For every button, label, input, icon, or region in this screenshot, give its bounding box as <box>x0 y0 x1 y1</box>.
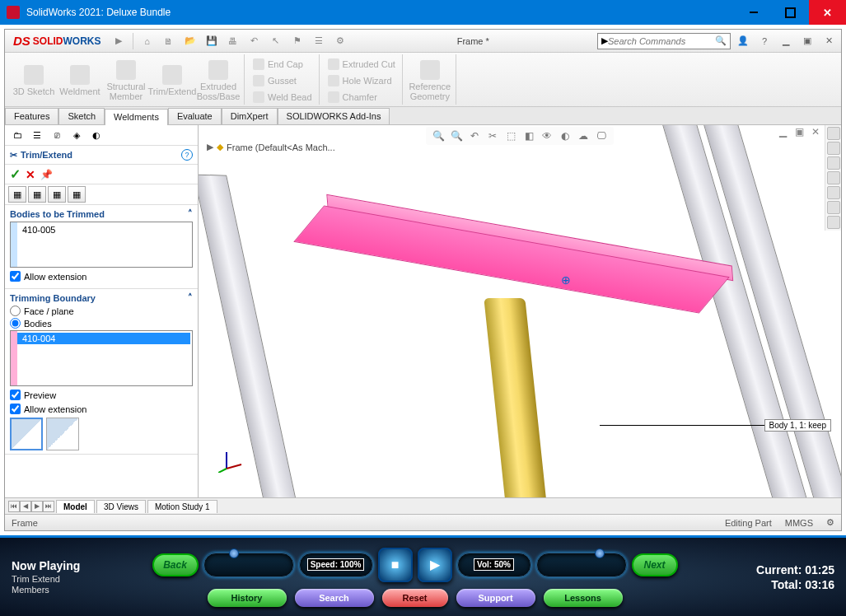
pm-ok-button[interactable]: ✓ <box>10 166 21 182</box>
trim-type-2-button[interactable]: ▦ <box>28 186 46 203</box>
doc-tab-motion-study[interactable]: Motion Study 1 <box>147 500 217 513</box>
callout-label[interactable]: Body 1, 1: keep <box>764 419 832 432</box>
model-gold-cylinder[interactable] <box>484 298 547 497</box>
home-icon[interactable]: ⌂ <box>138 32 157 50</box>
cmd-reference-geometry[interactable]: Reference Geometry <box>408 56 452 105</box>
cmd-trim-extend[interactable]: Trim/Extend <box>150 56 194 105</box>
rebuild-icon[interactable]: ⚑ <box>288 32 306 50</box>
collapse-icon[interactable]: ˄ <box>188 292 193 303</box>
trim-type-1-button[interactable]: ▦ <box>8 186 26 203</box>
design-library-tab-icon[interactable] <box>827 142 840 155</box>
viewport-min-icon[interactable]: ▁ <box>775 125 790 138</box>
cmd-gusset[interactable]: Gusset <box>250 72 315 88</box>
configuration-manager-tab-icon[interactable]: ⎚ <box>48 127 66 143</box>
expand-menu-icon[interactable]: ▶ <box>110 32 128 50</box>
cmd-hole-wizard[interactable]: Hole Wizard <box>325 72 399 88</box>
player-play-button[interactable]: ▶ <box>418 548 452 582</box>
custom-props-tab-icon[interactable] <box>827 201 840 214</box>
player-lessons-button[interactable]: Lessons <box>544 589 623 607</box>
tab-features[interactable]: Features <box>5 108 58 124</box>
flyout-feature-tree[interactable]: ▶ ◆ Frame (Default<As Mach... <box>207 142 335 152</box>
tab-nav-next-icon[interactable]: ▶ <box>31 501 43 512</box>
player-support-button[interactable]: Support <box>456 589 535 607</box>
zoom-area-icon[interactable]: 🔍 <box>449 128 464 143</box>
settings-gear-icon[interactable]: ⚙ <box>331 32 349 50</box>
preview-checkbox[interactable]: Preview <box>10 390 193 400</box>
tab-solidworks-addins[interactable]: SOLIDWORKS Add-Ins <box>278 108 390 124</box>
help-icon[interactable]: ? <box>755 32 774 50</box>
select-icon[interactable]: ↖ <box>267 32 285 50</box>
inner-minimize-icon[interactable]: ▁ <box>777 32 795 50</box>
pm-cancel-button[interactable]: ✕ <box>26 168 35 181</box>
doc-tab-3d-views[interactable]: 3D Views <box>96 500 146 513</box>
radio-face-plane[interactable]: Face / plane <box>10 306 193 316</box>
inner-close-icon[interactable]: ✕ <box>820 32 838 50</box>
view-palette-tab-icon[interactable] <box>827 171 840 184</box>
bodies-to-trim-selection-box[interactable]: 410-005 <box>10 222 193 268</box>
viewport-close-icon[interactable]: ✕ <box>808 125 823 138</box>
player-speed-slider[interactable]: Speed: 100% <box>299 553 373 577</box>
player-seek-slider[interactable] <box>536 553 627 577</box>
display-manager-tab-icon[interactable]: ◐ <box>87 127 105 143</box>
cmd-structural-member[interactable]: Structural Member <box>104 56 148 105</box>
tree-root-label[interactable]: Frame (Default<As Mach... <box>227 142 335 152</box>
view-orientation-icon[interactable]: ⬚ <box>503 128 518 143</box>
cmd-end-cap[interactable]: End Cap <box>250 56 315 72</box>
pm-pin-button[interactable]: 📌 <box>40 169 53 180</box>
player-stop-button[interactable]: ■ <box>378 548 413 582</box>
bodies-to-trim-item[interactable]: 410-005 <box>12 224 190 236</box>
edit-appearance-icon[interactable]: ◐ <box>558 128 573 143</box>
doc-tab-model[interactable]: Model <box>56 500 95 513</box>
resources-tab-icon[interactable] <box>827 127 840 140</box>
player-search-button[interactable]: Search <box>295 589 374 607</box>
view-settings-icon[interactable]: 🖵 <box>594 128 609 143</box>
player-volume-slider[interactable]: Vol: 50% <box>457 553 531 577</box>
search-commands-box[interactable]: ▶ 🔍 <box>597 33 731 49</box>
keep-option-thumb-1[interactable] <box>10 418 43 450</box>
allow-extension-checkbox-2[interactable]: Allow extension <box>10 404 193 414</box>
cmd-weld-bead[interactable]: Weld Bead <box>250 89 315 105</box>
player-next-button[interactable]: Next <box>632 553 678 576</box>
body-keep-callout[interactable]: Body 1, 1: keep <box>600 419 832 432</box>
allow-extension-checkbox-1[interactable]: Allow extension <box>10 271 193 282</box>
trim-type-4-button[interactable]: ▦ <box>68 186 86 203</box>
cmd-extruded-cut[interactable]: Extruded Cut <box>325 56 399 72</box>
cmd-3d-sketch[interactable]: 3D Sketch <box>12 56 56 105</box>
file-explorer-tab-icon[interactable] <box>827 156 840 170</box>
cmd-weldment[interactable]: Weldment <box>58 56 102 105</box>
options-icon[interactable]: ☰ <box>310 32 328 50</box>
open-icon[interactable]: 📂 <box>181 32 199 50</box>
appearances-tab-icon[interactable] <box>827 186 840 199</box>
tab-evaluate[interactable]: Evaluate <box>168 108 222 124</box>
dimxpert-manager-tab-icon[interactable]: ◈ <box>68 127 86 143</box>
player-history-button[interactable]: History <box>208 589 287 607</box>
search-input[interactable] <box>608 36 715 46</box>
hide-show-icon[interactable]: 👁 <box>540 128 554 143</box>
tree-expand-icon[interactable]: ▶ <box>207 142 213 152</box>
tab-sketch[interactable]: Sketch <box>58 108 105 124</box>
section-view-icon[interactable]: ✂ <box>485 128 500 143</box>
trim-type-3-button[interactable]: ▦ <box>48 186 66 203</box>
status-units[interactable]: MMGS <box>785 518 813 528</box>
window-close-button[interactable] <box>809 0 846 25</box>
window-maximize-button[interactable] <box>772 0 809 25</box>
inner-restore-icon[interactable]: ▣ <box>798 32 816 50</box>
cmd-extruded-boss[interactable]: Extruded Boss/Base <box>196 56 241 105</box>
radio-bodies[interactable]: Bodies <box>10 318 193 329</box>
forum-tab-icon[interactable] <box>827 216 840 229</box>
window-minimize-button[interactable] <box>735 0 772 25</box>
tab-weldments[interactable]: Weldments <box>105 109 168 125</box>
search-icon[interactable]: 🔍 <box>715 35 727 46</box>
status-custom-icon[interactable]: ⚙ <box>826 517 834 528</box>
pm-help-button[interactable]: ? <box>181 149 193 161</box>
display-style-icon[interactable]: ◧ <box>521 128 536 143</box>
print-icon[interactable]: 🖶 <box>224 32 242 50</box>
player-reset-button[interactable]: Reset <box>382 589 448 607</box>
collapse-icon[interactable]: ˄ <box>188 208 193 219</box>
trimming-boundary-selection-box[interactable]: 410-004 <box>10 330 193 386</box>
previous-view-icon[interactable]: ↶ <box>467 128 482 143</box>
undo-icon[interactable]: ↶ <box>245 32 264 50</box>
graphics-viewport[interactable]: ▁ ▣ ✕ 🔍 🔍 ↶ ✂ ⬚ ◧ 👁 ◐ ☁ 🖵 ▶ ◆ Frame (Def… <box>199 125 841 497</box>
zoom-fit-icon[interactable]: 🔍 <box>431 128 446 143</box>
apply-scene-icon[interactable]: ☁ <box>576 128 591 143</box>
